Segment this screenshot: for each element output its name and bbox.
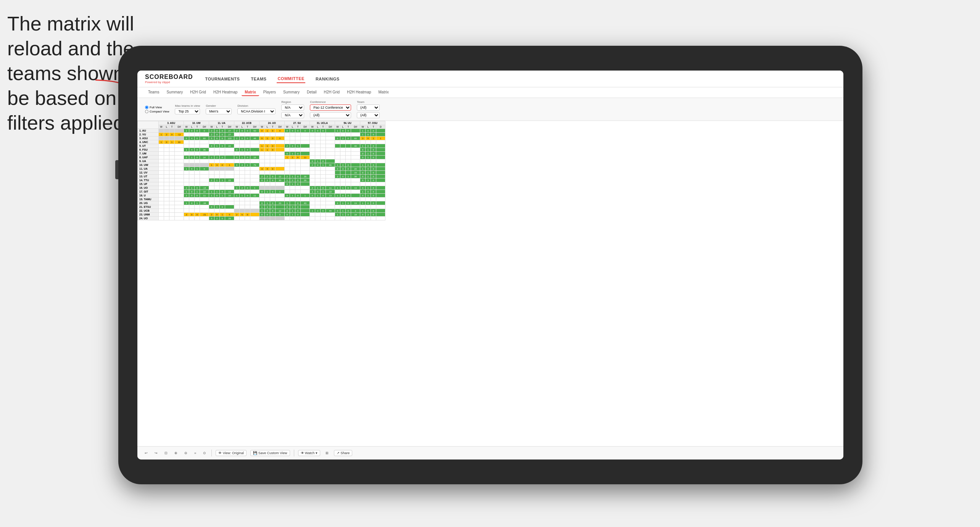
- gender-select[interactable]: Men's Women's: [206, 108, 232, 114]
- share-btn[interactable]: ↗ Share: [334, 450, 353, 456]
- matrix-cell: 1: [234, 194, 240, 198]
- matrix-cell: 1: [285, 201, 290, 205]
- matrix-cell: [276, 186, 285, 190]
- matrix-cell: [214, 167, 220, 171]
- subnav-players[interactable]: Players: [260, 89, 279, 96]
- matrix-cell: [276, 182, 285, 186]
- matrix-cell: [225, 171, 234, 175]
- row-label: 16. UO: [138, 186, 159, 190]
- matrix-cell: 0: [245, 194, 250, 198]
- subnav-h2h-heatmap2[interactable]: H2H Heatmap: [344, 89, 374, 96]
- table-row: 7. UM010010: [138, 152, 385, 156]
- matrix-container[interactable]: 3. ASU 10. UW 11. UA 22. UCB 24. UO 27. …: [137, 121, 843, 455]
- matrix-cell: 0: [245, 156, 250, 159]
- matrix-cell: [376, 152, 385, 156]
- zoom-out-btn[interactable]: ⊖: [183, 450, 189, 456]
- matrix-cell: [285, 159, 290, 163]
- matrix-cell: [335, 159, 340, 163]
- matrix-cell: 1: [159, 133, 164, 137]
- matrix-cell: [376, 156, 385, 159]
- view-original-btn[interactable]: 👁 View: Original: [216, 450, 247, 456]
- region-sub-select[interactable]: N/A: [281, 112, 304, 118]
- share-icon-btn[interactable]: ⊞: [324, 450, 330, 456]
- region-select[interactable]: N/A East West: [281, 104, 304, 111]
- matrix-cell: [276, 167, 285, 171]
- refresh-btn[interactable]: ⊙: [201, 450, 208, 456]
- matrix-cell: 1: [209, 156, 214, 159]
- matrix-cell: [301, 213, 310, 217]
- watch-btn[interactable]: 👁 Watch ▾: [298, 450, 320, 456]
- matrix-cell: 1: [366, 194, 371, 198]
- team-select[interactable]: (All): [357, 104, 380, 111]
- table-row: 16. UO210-1412012101111013010: [138, 186, 385, 190]
- matrix-cell: [195, 163, 200, 167]
- subnav-summary2[interactable]: Summary: [280, 89, 303, 96]
- zoom-in-btn[interactable]: ⊕: [173, 450, 179, 456]
- matrix-cell: [200, 140, 209, 144]
- matrix-cell: [169, 182, 175, 186]
- matrix-cell: 1: [290, 209, 295, 213]
- nav-rankings[interactable]: RANKINGS: [315, 75, 340, 83]
- matrix-cell: [164, 209, 169, 213]
- matrix-cell: [285, 171, 290, 175]
- subnav-h2h-heatmap[interactable]: H2H Heatmap: [210, 89, 240, 96]
- full-view-option[interactable]: Full View: [145, 106, 169, 109]
- matrix-cell: 0: [270, 205, 276, 209]
- matrix-cell: [265, 194, 270, 198]
- matrix-cell: 0: [184, 137, 189, 140]
- matrix-cell: 1: [360, 190, 366, 194]
- matrix-cell: 22: [225, 178, 234, 182]
- matrix-cell: [335, 182, 340, 186]
- matrix-cell: [220, 182, 225, 186]
- save-custom-btn[interactable]: 💾 Save Custom View: [250, 450, 290, 456]
- matrix-cell: [240, 144, 245, 148]
- subnav-matrix2[interactable]: Matrix: [376, 89, 392, 96]
- matrix-cell: 0: [346, 163, 351, 167]
- matrix-cell: [234, 159, 240, 163]
- matrix-cell: [220, 148, 225, 152]
- matrix-cell: [169, 144, 175, 148]
- max-teams-select[interactable]: Top 25 Top 10 Top 50: [175, 108, 200, 114]
- subnav-teams[interactable]: Teams: [145, 89, 162, 96]
- nav-tournaments[interactable]: TOURNAMENTS: [205, 75, 241, 83]
- table-row: 18. U200111011011011010101013100010: [138, 194, 385, 198]
- matrix-cell: [189, 182, 195, 186]
- matrix-cell: [265, 163, 270, 167]
- subnav-matrix[interactable]: Matrix: [242, 89, 259, 96]
- matrix-cell: [335, 133, 340, 137]
- subnav-summary[interactable]: Summary: [163, 89, 186, 96]
- undo-btn[interactable]: ↩: [143, 450, 149, 456]
- view-options: Full View Compact View: [145, 106, 169, 113]
- matrix-cell: [260, 159, 265, 163]
- app-logo: SCOREBOARD: [145, 74, 193, 80]
- fit-btn[interactable]: =: [193, 450, 198, 456]
- matrix-cell: 0: [360, 178, 366, 182]
- nav-teams[interactable]: TEAMS: [250, 75, 267, 83]
- team-sub-select[interactable]: (All): [357, 112, 380, 118]
- subnav-detail[interactable]: Detail: [304, 89, 320, 96]
- matrix-cell: [245, 178, 250, 182]
- matrix-cell: 0: [260, 190, 265, 194]
- nav-committee[interactable]: COMMITTEE: [277, 75, 305, 83]
- matrix-cell: 0: [189, 213, 195, 217]
- conference-select[interactable]: Pac-12 Conference ACC Big Ten SEC: [310, 104, 351, 111]
- matrix-cell: 1: [285, 156, 290, 159]
- matrix-cell: [351, 205, 360, 209]
- matrix-cell: 0: [189, 194, 195, 198]
- matrix-cell: 2: [184, 186, 189, 190]
- reset-btn[interactable]: ⊡: [163, 450, 169, 456]
- subnav-h2h-grid2[interactable]: H2H Grid: [321, 89, 343, 96]
- redo-btn[interactable]: ↪: [153, 450, 159, 456]
- conference-sub-select[interactable]: (All): [310, 112, 351, 118]
- col-header-ucla: 31. UCLA: [310, 121, 335, 125]
- matrix-cell: [214, 171, 220, 175]
- matrix-cell: [340, 182, 346, 186]
- matrix-cell: [175, 163, 184, 167]
- matrix-cell: 0: [315, 163, 321, 167]
- division-select[interactable]: NCAA Division I NCAA Division II NCAA Di…: [237, 108, 276, 114]
- subnav-h2h-grid[interactable]: H2H Grid: [187, 89, 209, 96]
- matrix-cell: 0: [245, 186, 250, 190]
- row-label: 19. TAMU: [138, 198, 159, 201]
- matrix-cell: [220, 175, 225, 178]
- compact-view-option[interactable]: Compact View: [145, 110, 169, 113]
